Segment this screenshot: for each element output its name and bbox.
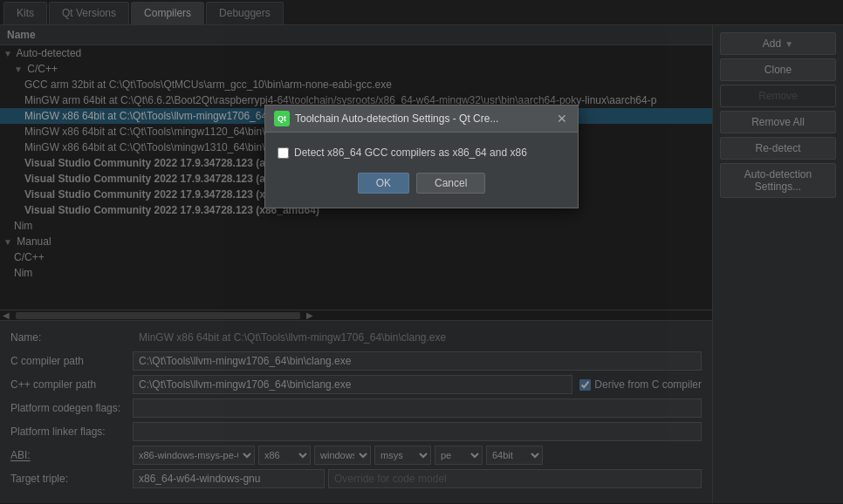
detect-gcc-checkbox[interactable] bbox=[278, 147, 289, 159]
modal-body: Detect x86_64 GCC compilers as x86_64 an… bbox=[265, 133, 578, 208]
modal-close-button[interactable]: ✕ bbox=[555, 112, 569, 126]
modal-buttons: OK Cancel bbox=[278, 173, 565, 194]
modal-dialog: Qt Toolchain Auto-detection Settings - Q… bbox=[264, 105, 579, 208]
detect-gcc-label: Detect x86_64 GCC compilers as x86_64 an… bbox=[294, 146, 527, 159]
modal-overlay: Qt Toolchain Auto-detection Settings - Q… bbox=[0, 0, 843, 504]
modal-title-bar: Qt Toolchain Auto-detection Settings - Q… bbox=[265, 106, 578, 133]
modal-ok-button[interactable]: OK bbox=[358, 173, 409, 194]
modal-title-text: Toolchain Auto-detection Settings - Qt C… bbox=[295, 112, 498, 125]
qt-logo: Qt bbox=[274, 111, 290, 126]
modal-checkbox-row: Detect x86_64 GCC compilers as x86_64 an… bbox=[278, 146, 565, 159]
modal-title-content: Qt Toolchain Auto-detection Settings - Q… bbox=[274, 111, 498, 126]
modal-cancel-button[interactable]: Cancel bbox=[416, 173, 485, 194]
